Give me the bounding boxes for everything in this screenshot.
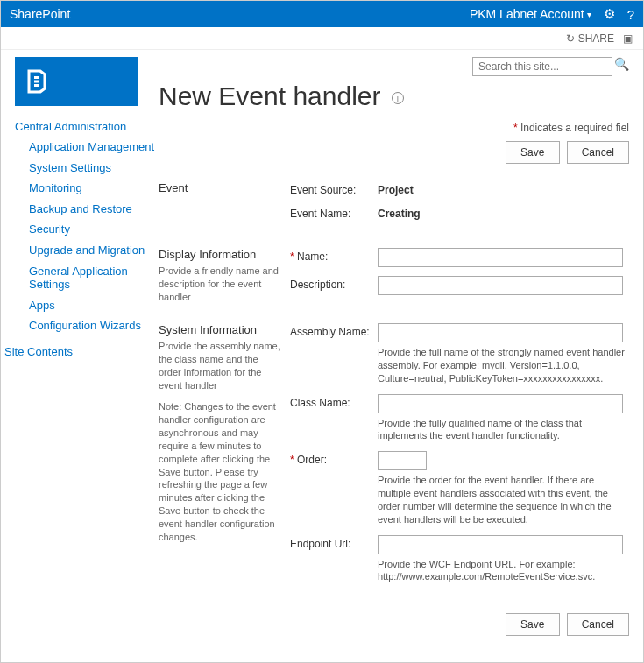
suite-brand: SharePoint [10, 7, 470, 21]
required-star-icon: * [290, 250, 294, 263]
section-display: Display Information Provide a friendly n… [159, 243, 629, 318]
section-system-desc: Provide the assembly name, the class nam… [159, 340, 281, 391]
section-system: System Information Provide the assembly … [159, 318, 629, 606]
nav-site-contents[interactable]: Site Contents [1, 342, 155, 362]
assembly-input[interactable] [378, 323, 623, 342]
name-field-label: * Name: [290, 248, 378, 263]
event-source-value: Project [378, 181, 414, 196]
nav-system-settings[interactable]: System Settings [1, 158, 155, 179]
focus-icon[interactable]: ▣ [623, 32, 633, 45]
order-label: * Order: [290, 451, 378, 466]
description-field-label: Description: [290, 276, 378, 291]
nav-monitoring[interactable]: Monitoring [1, 178, 155, 199]
nav-config-wizards[interactable]: Configuration Wizards [1, 315, 155, 336]
class-label: Class Name: [290, 394, 378, 409]
endpoint-input[interactable] [378, 535, 623, 554]
assembly-help: Provide the full name of the strongly na… [378, 346, 629, 385]
order-help: Provide the order for the event handler.… [378, 474, 629, 525]
section-system-note: Note: Changes to the event handler confi… [159, 400, 281, 543]
nav-header[interactable]: Central Administration [1, 116, 155, 137]
cancel-button-bottom[interactable]: Cancel [567, 613, 629, 636]
help-icon[interactable]: ? [627, 7, 634, 22]
sharepoint-logo[interactable] [15, 57, 138, 106]
section-event-title: Event [159, 181, 281, 194]
save-button-bottom[interactable]: Save [506, 613, 560, 636]
order-input[interactable] [378, 451, 427, 470]
nav-backup[interactable]: Backup and Restore [1, 199, 155, 220]
nav-apps[interactable]: Apps [1, 295, 155, 316]
event-name-value: Creating [378, 205, 421, 220]
class-input[interactable] [378, 394, 623, 413]
save-button-top[interactable]: Save [506, 141, 560, 164]
event-source-label: Event Source: [290, 181, 378, 196]
page-title: New Event handler i [159, 81, 629, 111]
endpoint-help: Provide the WCF Endpoint URL. For exampl… [378, 558, 629, 584]
nav-app-mgmt[interactable]: Application Management [1, 137, 155, 158]
required-star-icon: * [513, 122, 518, 134]
left-nav: Central Administration Application Manag… [1, 50, 155, 662]
search-input[interactable] [472, 57, 612, 76]
required-note: * Indicates a required fiel [159, 122, 629, 134]
share-button[interactable]: ↻ SHARE [566, 32, 614, 45]
description-input[interactable] [378, 276, 623, 295]
gear-icon[interactable]: ⚙ [604, 6, 615, 22]
chevron-down-icon: ▾ [587, 10, 591, 19]
cancel-button-top[interactable]: Cancel [567, 141, 629, 164]
share-icon: ↻ [566, 32, 575, 45]
info-icon[interactable]: i [392, 92, 404, 104]
nav-general[interactable]: General Application Settings [1, 261, 155, 295]
section-display-title: Display Information [159, 248, 281, 261]
account-menu[interactable]: PKM Labnet Account ▾ [470, 7, 591, 21]
section-display-desc: Provide a friendly name and description … [159, 264, 281, 304]
suite-bar: SharePoint PKM Labnet Account ▾ ⚙ ? [1, 1, 643, 27]
endpoint-label: Endpoint Url: [290, 535, 378, 550]
ribbon: ↻ SHARE ▣ [1, 27, 643, 50]
name-input[interactable] [378, 248, 623, 267]
event-name-label: Event Name: [290, 205, 378, 220]
nav-security[interactable]: Security [1, 219, 155, 240]
search-icon[interactable]: 🔍 [614, 57, 629, 76]
assembly-label: Assembly Name: [290, 323, 378, 338]
class-help: Provide the fully qualified name of the … [378, 417, 629, 443]
bottom-button-row: Save Cancel [159, 613, 629, 636]
required-star-icon: * [290, 454, 294, 466]
top-button-row: Save Cancel [159, 141, 629, 164]
main-content: 🔍 New Event handler i * Indicates a requ… [155, 50, 643, 662]
nav-upgrade[interactable]: Upgrade and Migration [1, 240, 155, 261]
section-system-title: System Information [159, 323, 281, 336]
section-event: Event Event Source: Project Event Name: … [159, 176, 629, 243]
